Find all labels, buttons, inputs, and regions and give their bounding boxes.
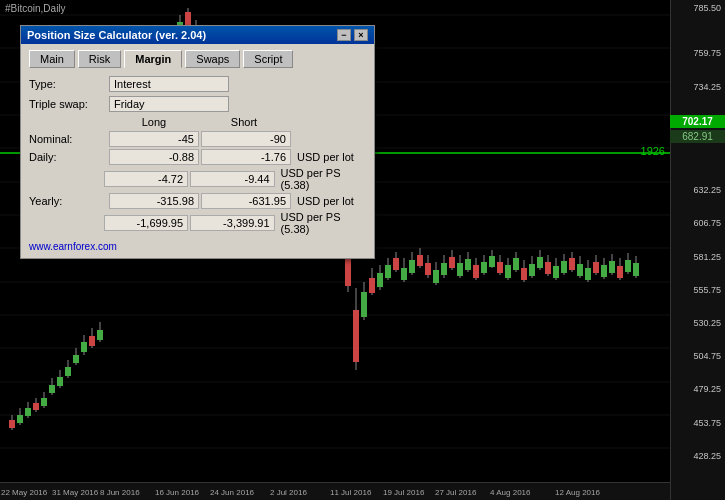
svg-rect-110 <box>385 265 391 278</box>
svg-rect-102 <box>353 310 359 362</box>
svg-rect-32 <box>73 355 79 363</box>
calculator-titlebar: Position Size Calculator (ver. 2.04) − × <box>21 26 374 44</box>
yearly-ps-unit: USD per PS (5.38) <box>281 211 366 235</box>
yearly-label: Yearly: <box>29 195 109 207</box>
svg-rect-118 <box>417 255 423 266</box>
daily-short: -1.76 <box>201 149 291 165</box>
svg-rect-134 <box>481 262 487 273</box>
svg-rect-18 <box>17 415 23 423</box>
svg-rect-38 <box>97 330 103 340</box>
triple-swap-value: Friday <box>109 96 229 112</box>
titlebar-controls: − × <box>337 29 368 41</box>
svg-rect-146 <box>529 264 535 276</box>
daily-ps-short: -9.44 <box>190 171 275 187</box>
date-jul27: 27 Jul 2016 <box>435 488 476 497</box>
svg-rect-30 <box>65 367 71 376</box>
svg-rect-154 <box>561 261 567 273</box>
yearly-ps-long: -1,699.95 <box>104 215 189 231</box>
svg-rect-124 <box>441 263 447 275</box>
table-row: Nominal: -45 -90 <box>29 131 366 147</box>
svg-rect-158 <box>577 264 583 276</box>
date-may22: 22 May 2016 <box>1 488 47 497</box>
svg-rect-114 <box>401 268 407 280</box>
svg-rect-148 <box>537 257 543 268</box>
price-504: 479.25 <box>693 384 721 394</box>
svg-rect-168 <box>617 266 623 278</box>
yearly-unit: USD per lot <box>297 195 354 207</box>
nominal-long: -45 <box>109 131 199 147</box>
svg-rect-170 <box>625 260 631 272</box>
svg-rect-108 <box>377 273 383 287</box>
svg-rect-130 <box>465 259 471 270</box>
nominal-label: Nominal: <box>29 133 109 145</box>
date-jul11: 11 Jul 2016 <box>330 488 371 497</box>
svg-rect-26 <box>49 385 55 393</box>
calculator-content: Main Risk Margin Swaps Script Type: Inte… <box>21 44 374 258</box>
date-aug4: 4 Aug 2016 <box>490 488 530 497</box>
close-button[interactable]: × <box>354 29 368 41</box>
website-link[interactable]: www.earnforex.com <box>29 241 366 252</box>
type-row: Type: Interest <box>29 76 366 92</box>
svg-rect-28 <box>57 377 63 386</box>
price-530: 504.75 <box>693 351 721 361</box>
price-555: 530.25 <box>693 318 721 328</box>
table-row: -1,699.95 -3,399.91 USD per PS (5.38) <box>29 211 366 235</box>
svg-rect-36 <box>89 336 95 346</box>
date-aug12: 12 Aug 2016 <box>555 488 600 497</box>
minimize-button[interactable]: − <box>337 29 351 41</box>
swap-table: Long Short Nominal: -45 -90 Daily: -0.88… <box>29 116 366 235</box>
tab-margin[interactable]: Margin <box>124 50 182 68</box>
svg-rect-150 <box>545 262 551 274</box>
tab-script[interactable]: Script <box>243 50 293 68</box>
daily-long: -0.88 <box>109 149 199 165</box>
svg-rect-34 <box>81 342 87 352</box>
daily-label: Daily: <box>29 151 109 163</box>
tab-main[interactable]: Main <box>29 50 75 68</box>
svg-rect-112 <box>393 258 399 270</box>
price-581: 555.75 <box>693 285 721 295</box>
table-header: Long Short <box>29 116 366 128</box>
daily-unit: USD per lot <box>297 151 354 163</box>
date-jun8: 8 Jun 2016 <box>100 488 140 497</box>
date-jun24: 24 Jun 2016 <box>210 488 254 497</box>
svg-rect-128 <box>457 263 463 276</box>
col-header-long: Long <box>109 116 199 128</box>
svg-rect-24 <box>41 398 47 406</box>
tab-risk[interactable]: Risk <box>78 50 121 68</box>
price-759: 759.75 <box>693 48 721 58</box>
table-row: Daily: -0.88 -1.76 USD per lot <box>29 149 366 165</box>
svg-rect-160 <box>585 268 591 280</box>
svg-rect-106 <box>369 278 375 293</box>
svg-rect-166 <box>609 261 615 273</box>
svg-rect-152 <box>553 266 559 278</box>
triple-swap-label: Triple swap: <box>29 98 109 110</box>
price-453: 428.25 <box>693 451 721 461</box>
type-value: Interest <box>109 76 229 92</box>
svg-rect-140 <box>505 265 511 278</box>
date-axis: 22 May 2016 31 May 2016 8 Jun 2016 16 Ju… <box>0 482 670 500</box>
price-785: 785.50 <box>693 3 721 13</box>
triple-swap-row: Triple swap: Friday <box>29 96 366 112</box>
table-row: -4.72 -9.44 USD per PS (5.38) <box>29 167 366 191</box>
current-price-green: 702.17 <box>670 115 725 128</box>
date-may31: 31 May 2016 <box>52 488 98 497</box>
svg-rect-138 <box>497 262 503 273</box>
daily-ps-unit: USD per PS (5.38) <box>281 167 366 191</box>
svg-rect-116 <box>409 260 415 273</box>
price-632: 606.75 <box>693 218 721 228</box>
yearly-long: -315.98 <box>109 193 199 209</box>
svg-rect-164 <box>601 265 607 277</box>
level-1926-label: 1926 <box>641 145 665 157</box>
svg-rect-104 <box>361 292 367 317</box>
tab-bar: Main Risk Margin Swaps Script <box>29 50 366 68</box>
chart-title: #Bitcoin,Daily <box>5 3 66 14</box>
svg-rect-172 <box>633 263 639 276</box>
price-734: 734.25 <box>693 82 721 92</box>
type-label: Type: <box>29 78 109 90</box>
yearly-ps-short: -3,399.91 <box>190 215 275 231</box>
price-axis: 785.50 759.75 734.25 702.17 682.91 632.2… <box>670 0 725 500</box>
tab-swaps[interactable]: Swaps <box>185 50 240 68</box>
table-row: Yearly: -315.98 -631.95 USD per lot <box>29 193 366 209</box>
nominal-short: -90 <box>201 131 291 147</box>
price-657: 632.25 <box>693 185 721 195</box>
